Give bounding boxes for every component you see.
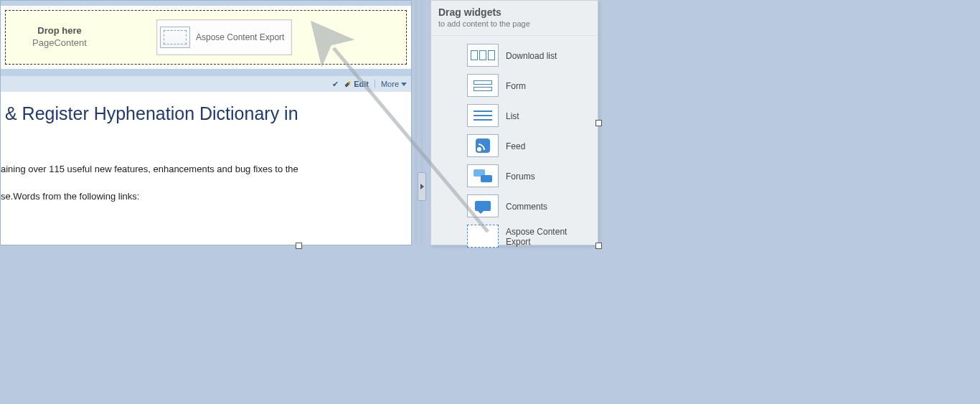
- chevron-right-icon: [420, 184, 424, 189]
- widget-item-aspose-export[interactable]: Aspose Content Export: [433, 222, 596, 251]
- dropzone-title: Drop here: [6, 25, 113, 37]
- list-icon: [467, 104, 499, 127]
- widgets-panel: Drag widgets to add content to the page …: [430, 0, 598, 245]
- widgets-list: Download list Form List Feed: [431, 36, 598, 257]
- forums-icon: [467, 164, 499, 187]
- panel-splitter[interactable]: [413, 0, 432, 245]
- widget-label: Comments: [506, 202, 547, 212]
- content-toolbar: ✔ Edit More: [1, 76, 411, 92]
- widget-item-list[interactable]: List: [433, 102, 596, 131]
- splitter-toggle[interactable]: [418, 172, 426, 201]
- editor-midbar: [1, 69, 411, 76]
- comments-icon: [467, 194, 499, 217]
- dragged-widget-preview[interactable]: Aspose Content Export: [156, 19, 292, 55]
- stage: Drop here PageContent Aspose Content Exp…: [0, 0, 980, 404]
- widget-label: Feed: [506, 141, 525, 151]
- widgets-panel-title: Drag widgets: [438, 6, 590, 18]
- widget-item-form[interactable]: Form: [433, 72, 596, 100]
- resize-handle[interactable]: [595, 243, 602, 249]
- edit-button[interactable]: Edit: [344, 80, 369, 88]
- resize-handle[interactable]: [595, 120, 602, 126]
- widget-label: Form: [506, 81, 526, 91]
- dropzone-container: Drop here PageContent Aspose Content Exp…: [5, 10, 407, 65]
- editor-topbar: [1, 1, 411, 6]
- article-headline: & Register Hyphenation Dictionary in: [5, 103, 411, 124]
- dropzone-label: Drop here PageContent: [6, 25, 113, 50]
- resize-handle[interactable]: [296, 243, 302, 249]
- article-line-1: aining over 115 useful new features, enh…: [1, 163, 411, 176]
- widget-label: Aspose Content Export: [506, 227, 593, 247]
- dropzone-subtitle: PageContent: [6, 37, 113, 50]
- aspose-export-icon: [467, 225, 499, 248]
- editor-panel: Drop here PageContent Aspose Content Exp…: [0, 0, 412, 245]
- more-label: More: [381, 80, 399, 88]
- widget-thumb-icon: [160, 27, 190, 48]
- widget-item-feed[interactable]: Feed: [433, 132, 596, 161]
- download-list-icon: [467, 44, 499, 67]
- dragged-widget-label: Aspose Content Export: [196, 32, 284, 42]
- widgets-panel-header: Drag widgets to add content to the page: [431, 1, 598, 36]
- article-line-2: se.Words from the following links:: [1, 190, 411, 203]
- widget-label: List: [506, 111, 519, 121]
- widget-item-forums[interactable]: Forums: [433, 162, 596, 191]
- more-button[interactable]: More: [381, 80, 407, 88]
- widget-label: Download list: [506, 51, 557, 61]
- feed-icon: [467, 134, 499, 157]
- widget-item-comments[interactable]: Comments: [433, 192, 596, 221]
- widgets-panel-subtitle: to add content to the page: [438, 19, 590, 28]
- form-icon: [467, 74, 499, 97]
- dropzone-pagecontent[interactable]: Drop here PageContent Aspose Content Exp…: [5, 10, 407, 65]
- chevron-down-icon: [401, 83, 407, 86]
- approve-icon[interactable]: ✔: [332, 80, 339, 89]
- content-body: & Register Hyphenation Dictionary in ain…: [1, 92, 411, 203]
- widget-label: Forums: [506, 172, 535, 182]
- toolbar-separator: [374, 80, 375, 88]
- edit-label: Edit: [354, 80, 369, 88]
- widget-item-download-list[interactable]: Download list: [433, 42, 596, 70]
- pencil-icon: [343, 79, 353, 89]
